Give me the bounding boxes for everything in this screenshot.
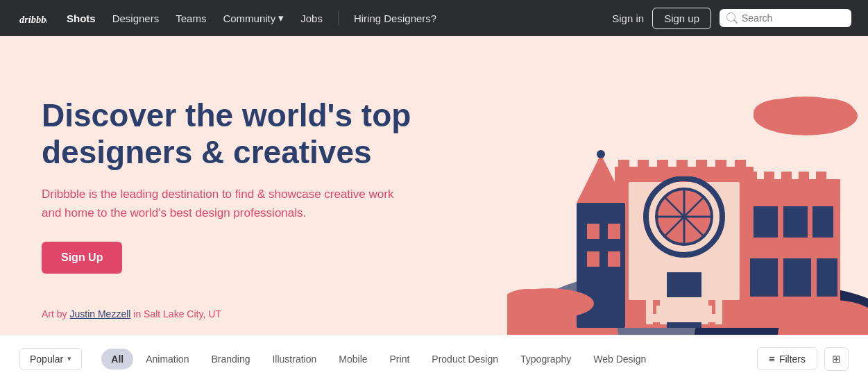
- search-box: [720, 9, 851, 27]
- filters-button[interactable]: ≡ Filters: [757, 347, 817, 370]
- svg-rect-41: [816, 172, 826, 181]
- filter-tag-animation[interactable]: Animation: [136, 349, 198, 369]
- nav-separator: [338, 11, 339, 25]
- nav-designers[interactable]: Designers: [105, 8, 167, 28]
- filter-tag-typography[interactable]: Typography: [511, 349, 581, 369]
- svg-rect-45: [750, 258, 778, 297]
- svg-rect-25: [715, 160, 726, 169]
- svg-rect-43: [783, 206, 808, 238]
- chevron-down-icon: ▾: [67, 354, 71, 363]
- sort-dropdown[interactable]: Popular ▾: [19, 348, 82, 370]
- hero-signup-button[interactable]: Sign Up: [42, 242, 122, 274]
- svg-rect-33: [587, 251, 599, 267]
- svg-rect-50: [663, 297, 705, 306]
- svg-rect-21: [638, 160, 649, 169]
- main-nav: dribbble Shots Designers Teams Community…: [0, 0, 868, 36]
- hero-subtitle: Dribbble is the leading destination to f…: [42, 185, 402, 222]
- grid-toggle-button[interactable]: ⊞: [824, 347, 849, 371]
- signup-button[interactable]: Sign up: [652, 8, 711, 29]
- filter-tag-all[interactable]: All: [101, 349, 133, 369]
- svg-rect-46: [783, 258, 811, 297]
- hero-section: Discover the world's top designers & cre…: [0, 36, 868, 335]
- svg-rect-22: [657, 160, 668, 169]
- signin-link[interactable]: Sign in: [612, 13, 644, 24]
- nav-community[interactable]: Community ▾: [216, 8, 291, 28]
- nav-jobs[interactable]: Jobs: [293, 8, 330, 28]
- search-icon: [726, 13, 738, 24]
- svg-rect-47: [817, 258, 837, 297]
- svg-text:dribbble: dribbble: [19, 14, 47, 25]
- hero-content: Discover the world's top designers & cre…: [42, 97, 472, 274]
- svg-rect-52: [660, 286, 667, 324]
- svg-rect-34: [608, 251, 620, 267]
- filter-tag-product-design[interactable]: Product Design: [422, 349, 508, 369]
- filter-icon: ≡: [769, 353, 775, 365]
- filter-bar: Popular ▾ All Animation Branding Illustr…: [0, 335, 868, 382]
- svg-rect-53: [701, 286, 708, 324]
- nav-hiring[interactable]: Hiring Designers?: [347, 8, 443, 28]
- svg-rect-36: [743, 179, 840, 190]
- svg-rect-40: [799, 172, 809, 181]
- nav-right: Sign in Sign up: [612, 8, 851, 29]
- nav-links: Shots Designers Teams Community ▾ Jobs H…: [60, 8, 612, 28]
- svg-rect-23: [676, 160, 688, 169]
- nav-shots[interactable]: Shots: [60, 8, 103, 28]
- hero-illustration: [507, 36, 868, 335]
- svg-rect-31: [587, 224, 599, 239]
- filter-tag-print[interactable]: Print: [380, 349, 420, 369]
- svg-rect-44: [812, 206, 833, 238]
- svg-rect-26: [735, 160, 746, 169]
- nav-teams[interactable]: Teams: [169, 8, 213, 28]
- logo[interactable]: dribbble: [17, 8, 47, 28]
- svg-rect-54: [715, 286, 722, 324]
- search-input[interactable]: [742, 13, 844, 24]
- filter-right: ≡ Filters ⊞: [757, 347, 849, 371]
- chevron-down-icon: ▾: [278, 12, 284, 24]
- svg-rect-37: [747, 172, 757, 181]
- svg-point-6: [799, 99, 854, 124]
- filter-tags: All Animation Branding Illustration Mobi…: [101, 349, 757, 369]
- svg-rect-32: [608, 224, 620, 239]
- svg-rect-51: [646, 286, 653, 324]
- filter-tag-web-design[interactable]: Web Design: [584, 349, 656, 369]
- hero-title: Discover the world's top designers & cre…: [42, 97, 472, 171]
- svg-point-30: [597, 150, 605, 158]
- svg-rect-24: [696, 160, 707, 169]
- hero-illustration-svg: [507, 36, 868, 335]
- svg-rect-20: [618, 160, 629, 169]
- svg-rect-38: [764, 172, 774, 181]
- filter-tag-illustration[interactable]: Illustration: [262, 349, 326, 369]
- filter-tag-mobile[interactable]: Mobile: [329, 349, 377, 369]
- hero-art-credit: Art by Justin Mezzell in Salt Lake City,…: [42, 308, 221, 319]
- svg-rect-42: [754, 206, 778, 238]
- grid-icon: ⊞: [832, 353, 841, 365]
- art-credit-link[interactable]: Justin Mezzell: [69, 308, 130, 319]
- svg-rect-39: [781, 172, 792, 181]
- filter-tag-branding[interactable]: Branding: [201, 349, 259, 369]
